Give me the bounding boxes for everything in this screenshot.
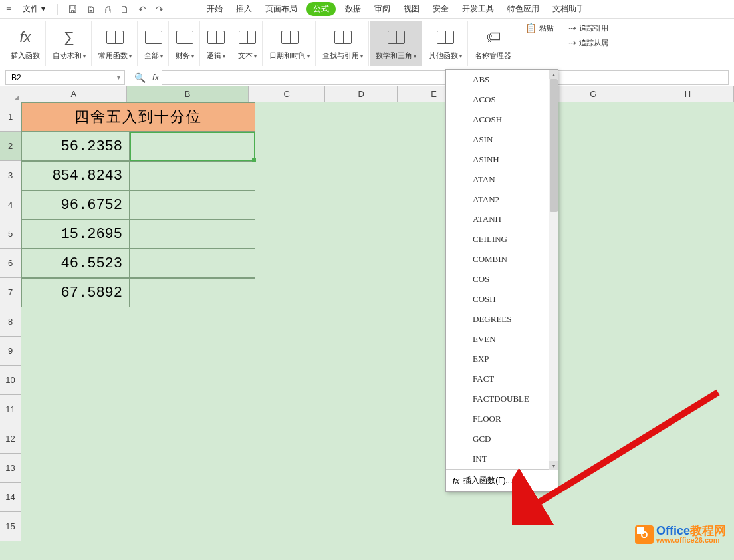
dropdown-item-exp[interactable]: EXP bbox=[446, 349, 558, 369]
insert-function-footer[interactable]: fx 插入函数(F)... bbox=[446, 469, 558, 491]
dropdown-item-acos[interactable]: ACOS bbox=[446, 90, 558, 110]
cell-B6[interactable] bbox=[130, 249, 255, 278]
row-header-10[interactable]: 10 bbox=[0, 366, 21, 395]
dropdown-item-gcd[interactable]: GCD bbox=[446, 429, 558, 449]
preview-icon[interactable]: 🗋 bbox=[118, 4, 131, 15]
cell-A5[interactable]: 15.2695 bbox=[21, 219, 130, 249]
cell-A7[interactable]: 67.5892 bbox=[21, 278, 130, 307]
fx-icon[interactable]: fx bbox=[150, 72, 162, 82]
save-as-icon[interactable]: 🗎 bbox=[84, 4, 98, 15]
dropdown-item-abs[interactable]: ABS bbox=[446, 70, 558, 90]
row-header-13[interactable]: 13 bbox=[0, 454, 21, 483]
cell-B7[interactable] bbox=[130, 278, 255, 307]
scroll-up-button[interactable]: ▴ bbox=[549, 70, 558, 79]
financial-button[interactable]: 财务▾ bbox=[170, 21, 200, 66]
row-header-3[interactable]: 3 bbox=[0, 161, 21, 190]
row-header-1[interactable]: 1 bbox=[0, 102, 21, 132]
scroll-down-button[interactable]: ▾ bbox=[549, 461, 558, 470]
dropdown-scrollbar[interactable]: ▴ ▾ bbox=[549, 70, 558, 470]
tab-review[interactable]: 审阅 bbox=[370, 2, 394, 16]
hamburger-icon[interactable]: ≡ bbox=[4, 4, 13, 15]
col-header-B[interactable]: B bbox=[127, 86, 249, 102]
dropdown-item-cosh[interactable]: COSH bbox=[446, 289, 558, 309]
lookup-button[interactable]: 查找与引用▾ bbox=[317, 21, 369, 66]
datetime-button[interactable]: 日期和时间▾ bbox=[264, 21, 316, 66]
trace-icon: ⇢ bbox=[568, 23, 576, 33]
row-header-6[interactable]: 6 bbox=[0, 249, 21, 278]
cell-B3[interactable] bbox=[130, 161, 255, 190]
dropdown-item-combin[interactable]: COMBIN bbox=[446, 249, 558, 269]
cell-B4[interactable] bbox=[130, 190, 255, 219]
insert-function-button[interactable]: fx 插入函数 bbox=[5, 21, 46, 66]
all-functions-button[interactable]: 全部▾ bbox=[139, 21, 169, 66]
tab-layout[interactable]: 页面布局 bbox=[261, 2, 301, 16]
row-header-4[interactable]: 4 bbox=[0, 190, 21, 219]
file-menu[interactable]: 文件 ▾ bbox=[19, 2, 49, 16]
row-header-14[interactable]: 14 bbox=[0, 483, 21, 512]
row-header-12[interactable]: 12 bbox=[0, 424, 21, 454]
tab-view[interactable]: 视图 bbox=[400, 2, 424, 16]
col-header-D[interactable]: D bbox=[325, 86, 398, 102]
dropdown-item-asinh[interactable]: ASINH bbox=[446, 150, 558, 170]
cell-A2[interactable]: 56.2358 bbox=[21, 132, 130, 161]
select-all-corner[interactable] bbox=[0, 86, 21, 102]
dropdown-item-ceiling[interactable]: CEILING bbox=[446, 229, 558, 249]
redo-icon[interactable]: ↷ bbox=[154, 4, 166, 15]
trace-precedents-button[interactable]: ⇢追踪引用 bbox=[566, 21, 611, 35]
merged-title-cell[interactable]: 四舍五入到十分位 bbox=[21, 102, 255, 132]
cell-B2[interactable] bbox=[130, 132, 255, 161]
col-header-G[interactable]: G bbox=[545, 86, 642, 102]
tab-devtools[interactable]: 开发工具 bbox=[458, 2, 498, 16]
dropdown-item-atan2[interactable]: ATAN2 bbox=[446, 190, 558, 210]
col-header-H[interactable]: H bbox=[642, 86, 734, 102]
cell-A3[interactable]: 854.8243 bbox=[21, 161, 130, 190]
row-header-15[interactable]: 15 bbox=[0, 512, 21, 541]
zoom-icon[interactable]: 🔍 bbox=[130, 72, 150, 83]
dropdown-item-atan[interactable]: ATAN bbox=[446, 170, 558, 190]
dropdown-item-asin[interactable]: ASIN bbox=[446, 130, 558, 150]
paste-button[interactable]: 📋粘贴 bbox=[523, 21, 556, 35]
math-functions-dropdown: ABSACOSACOSHASINASINHATANATAN2ATANHCEILI… bbox=[445, 69, 558, 492]
print-icon[interactable]: ⎙ bbox=[103, 4, 112, 15]
name-manager-button[interactable]: 🏷 名称管理器 bbox=[469, 21, 517, 66]
row-header-2[interactable]: 2 bbox=[0, 132, 21, 161]
text-button[interactable]: 文本▾ bbox=[233, 21, 263, 66]
dropdown-item-fact[interactable]: FACT bbox=[446, 369, 558, 389]
dropdown-item-acosh[interactable]: ACOSH bbox=[446, 110, 558, 130]
col-header-C[interactable]: C bbox=[249, 86, 325, 102]
cell-A6[interactable]: 46.5523 bbox=[21, 249, 130, 278]
row-header-8[interactable]: 8 bbox=[0, 307, 21, 337]
tab-security[interactable]: 安全 bbox=[429, 2, 453, 16]
dropdown-item-factdouble[interactable]: FACTDOUBLE bbox=[446, 389, 558, 409]
dropdown-item-floor[interactable]: FLOOR bbox=[446, 409, 558, 429]
name-box[interactable]: B2 bbox=[5, 70, 125, 85]
cell-B5[interactable] bbox=[130, 219, 255, 249]
tab-data[interactable]: 数据 bbox=[341, 2, 365, 16]
other-functions-button[interactable]: 其他函数▾ bbox=[424, 21, 468, 66]
undo-icon[interactable]: ↶ bbox=[136, 4, 148, 15]
dropdown-item-atanh[interactable]: ATANH bbox=[446, 210, 558, 229]
dropdown-item-even[interactable]: EVEN bbox=[446, 329, 558, 349]
dropdown-item-int[interactable]: INT bbox=[446, 449, 558, 469]
tab-insert[interactable]: 插入 bbox=[232, 2, 256, 16]
tab-start[interactable]: 开始 bbox=[203, 2, 227, 16]
cell-A4[interactable]: 96.6752 bbox=[21, 190, 130, 219]
tab-formula[interactable]: 公式 bbox=[306, 2, 336, 16]
dropdown-item-cos[interactable]: COS bbox=[446, 269, 558, 289]
row-header-11[interactable]: 11 bbox=[0, 395, 21, 424]
row-header-7[interactable]: 7 bbox=[0, 278, 21, 307]
trace-dependents-button[interactable]: ⇢追踪从属 bbox=[566, 36, 611, 49]
row-header-9[interactable]: 9 bbox=[0, 337, 21, 366]
math-trig-button[interactable]: 数学和三角▾ bbox=[370, 21, 422, 66]
scroll-thumb[interactable] bbox=[550, 79, 558, 212]
recent-functions-button[interactable]: 常用函数▾ bbox=[93, 21, 138, 66]
col-header-A[interactable]: A bbox=[21, 86, 127, 102]
tab-special[interactable]: 特色应用 bbox=[503, 2, 543, 16]
row-header-5[interactable]: 5 bbox=[0, 219, 21, 249]
dropdown-item-degrees[interactable]: DEGREES bbox=[446, 309, 558, 329]
spreadsheet-grid[interactable]: ABCDEFGH 123456789101112131415 四舍五入到十分位 … bbox=[0, 86, 734, 560]
tab-dochelper[interactable]: 文档助手 bbox=[549, 2, 588, 16]
logical-button[interactable]: 逻辑▾ bbox=[201, 21, 231, 66]
autosum-button[interactable]: ∑ 自动求和▾ bbox=[47, 21, 92, 66]
save-icon[interactable]: 🖫 bbox=[66, 4, 79, 15]
